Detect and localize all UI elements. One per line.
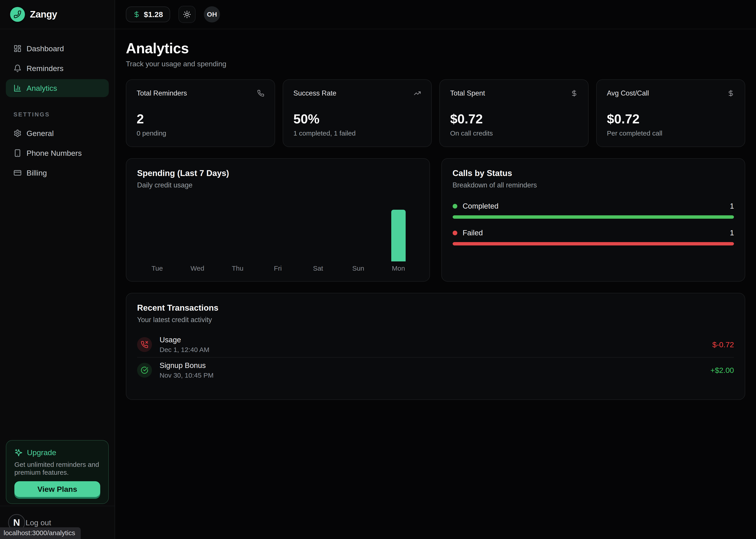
- zangy-logo: [10, 7, 25, 22]
- balance-amount: $1.28: [144, 10, 163, 19]
- spending-chart-subtitle: Daily credit usage: [137, 181, 419, 189]
- spending-chart-card: Spending (Last 7 Days) Daily credit usag…: [126, 158, 430, 282]
- chart-x-label: Sat: [298, 265, 338, 272]
- stat-card-success-rate: Success Rate 50% 1 completed, 1 failed: [283, 79, 432, 147]
- chart-column-wed: [177, 210, 218, 262]
- stat-card-total-spent: Total Spent $0.72 On call credits: [439, 79, 589, 147]
- stat-value: 50%: [293, 111, 421, 126]
- stat-subtext: Per completed call: [607, 129, 735, 137]
- bar-chart-icon: [14, 84, 22, 92]
- recent-transactions-card: Recent Transactions Your latest credit a…: [126, 293, 745, 400]
- stat-card-total-reminders: Total Reminders 2 0 pending: [126, 79, 275, 147]
- stat-subtext: 1 completed, 1 failed: [293, 129, 421, 137]
- status-row-completed: Completed 1: [453, 202, 734, 219]
- transaction-timestamp: Nov 30, 10:45 PM: [160, 371, 213, 379]
- sidebar-item-label: Reminders: [27, 64, 63, 73]
- gear-icon: [14, 129, 22, 137]
- transaction-row-usage: Usage Dec 1, 12:40 AM $-0.72: [137, 332, 734, 357]
- calls-by-status-card: Calls by Status Breakdown of all reminde…: [441, 158, 745, 282]
- theme-toggle-button[interactable]: [179, 6, 195, 23]
- user-badge[interactable]: OH: [204, 6, 220, 23]
- page-title: Analytics: [126, 40, 745, 57]
- sun-icon: [183, 10, 191, 19]
- sidebar-item-analytics[interactable]: Analytics: [6, 79, 109, 97]
- spending-chart-title: Spending (Last 7 Days): [137, 169, 419, 178]
- trending-up-icon: [414, 90, 421, 97]
- completed-dot-icon: [453, 204, 457, 208]
- bell-icon: [14, 64, 22, 72]
- topbar: $1.28 OH: [115, 0, 756, 29]
- stat-value: $0.72: [450, 111, 578, 126]
- chart-column-sat: [298, 210, 338, 262]
- chart-x-label: Thu: [218, 265, 258, 272]
- status-value: 1: [730, 202, 734, 210]
- stat-title: Total Reminders: [137, 89, 187, 97]
- smartphone-icon: [14, 149, 22, 157]
- brand-name: Zangy: [30, 9, 57, 20]
- stat-title: Avg Cost/Call: [607, 89, 649, 97]
- dollar-icon: [133, 11, 140, 18]
- charts-row: Spending (Last 7 Days) Daily credit usag…: [126, 158, 745, 282]
- sidebar-item-label: Dashboard: [27, 44, 64, 53]
- status-label: Failed: [463, 229, 483, 237]
- transaction-label: Signup Bonus: [160, 361, 213, 370]
- stat-title: Total Spent: [450, 89, 485, 97]
- stat-subtext: On call credits: [450, 129, 578, 137]
- phone-logo-icon: [14, 10, 22, 19]
- check-circle-icon: [137, 363, 152, 378]
- stat-subtext: 0 pending: [137, 129, 264, 137]
- calls-by-status-subtitle: Breakdown of all reminders: [453, 181, 734, 189]
- transaction-label: Usage: [160, 336, 209, 344]
- dollar-icon: [570, 90, 578, 97]
- stat-value: $0.72: [607, 111, 735, 126]
- chart-x-label: Fri: [258, 265, 298, 272]
- dashboard-icon: [14, 44, 22, 52]
- status-label: Completed: [463, 202, 499, 210]
- status-value: 1: [730, 229, 734, 237]
- stat-title: Success Rate: [293, 89, 337, 97]
- chart-column-sun: [338, 210, 378, 262]
- sidebar-item-reminders[interactable]: Reminders: [6, 59, 109, 77]
- chart-column-mon: [378, 210, 419, 262]
- stat-value: 2: [137, 111, 264, 126]
- chart-x-label: Wed: [177, 265, 218, 272]
- upgrade-title: Upgrade: [27, 448, 56, 457]
- page-subtitle: Track your usage and spending: [126, 60, 745, 68]
- spending-chart-labels: TueWedThuFriSatSunMon: [137, 265, 419, 272]
- phone-missed-icon: [137, 337, 152, 352]
- calls-by-status-title: Calls by Status: [453, 169, 734, 178]
- credit-balance-pill[interactable]: $1.28: [126, 7, 170, 22]
- chart-bar-mon: [391, 210, 406, 262]
- chart-x-label: Sun: [338, 265, 378, 272]
- transaction-amount: +$2.00: [711, 366, 734, 375]
- upgrade-description: Get unlimited reminders and premium feat…: [14, 461, 100, 476]
- view-plans-button[interactable]: View Plans: [14, 481, 100, 497]
- brand: Zangy: [0, 0, 114, 29]
- main-content: Analytics Track your usage and spending …: [115, 29, 756, 539]
- stats-row: Total Reminders 2 0 pending Success Rate…: [126, 79, 745, 147]
- sidebar-item-label: Billing: [27, 169, 47, 177]
- sidebar-item-label: Analytics: [27, 84, 57, 93]
- transaction-timestamp: Dec 1, 12:40 AM: [160, 346, 209, 353]
- transaction-row-signup-bonus: Signup Bonus Nov 30, 10:45 PM +$2.00: [137, 357, 734, 383]
- failed-progress-bar: [453, 242, 734, 246]
- transaction-amount: $-0.72: [713, 340, 734, 349]
- sidebar-item-label: General: [27, 129, 54, 138]
- sparkles-icon: [14, 448, 23, 457]
- sidebar-item-dashboard[interactable]: Dashboard: [6, 39, 109, 57]
- spending-chart-bars: [137, 210, 419, 262]
- sidebar-item-general[interactable]: General: [6, 124, 109, 142]
- chart-column-tue: [137, 210, 177, 262]
- completed-progress-bar: [453, 215, 734, 219]
- sidebar: Zangy Dashboard Reminders Analytics SETT…: [0, 0, 115, 539]
- chart-x-label: Mon: [378, 265, 419, 272]
- phone-icon: [257, 90, 264, 97]
- chart-column-fri: [258, 210, 298, 262]
- sidebar-item-phone-numbers[interactable]: Phone Numbers: [6, 144, 109, 162]
- spending-bar-chart: TueWedThuFriSatSunMon: [137, 210, 419, 272]
- sidebar-item-label: Phone Numbers: [27, 149, 82, 158]
- sidebar-item-billing[interactable]: Billing: [6, 164, 109, 182]
- transactions-subtitle: Your latest credit activity: [137, 316, 734, 324]
- dollar-icon: [727, 90, 734, 97]
- logout-button[interactable]: Log out: [26, 518, 51, 527]
